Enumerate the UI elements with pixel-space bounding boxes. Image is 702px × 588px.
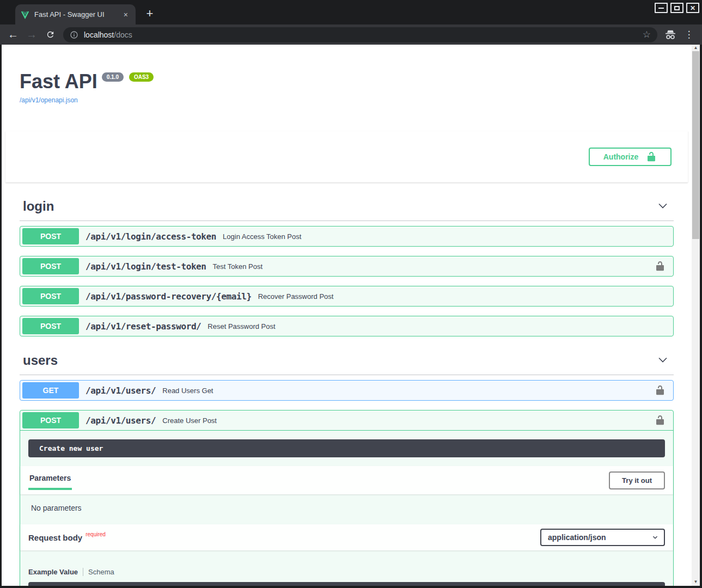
- reload-button[interactable]: [41, 27, 59, 43]
- auth-lock-button[interactable]: [655, 261, 666, 272]
- tab-close-icon[interactable]: ×: [121, 10, 130, 20]
- method-badge: POST: [22, 412, 79, 428]
- operation-row: GET /api/v1/users/ Read Users Get: [20, 380, 674, 401]
- reload-icon: [46, 30, 55, 39]
- operation-description: Recover Password Post: [258, 292, 334, 301]
- operation-path: /api/v1/login/access-token: [86, 231, 216, 242]
- section-header-login[interactable]: login: [20, 192, 674, 221]
- operation-path: /api/v1/reset-password/: [86, 321, 201, 332]
- request-body-header: Request body required application/json: [20, 524, 673, 550]
- scheme-container: Authorize: [5, 131, 688, 182]
- tab-strip: Fast API - Swagger UI × + ✕: [0, 0, 702, 24]
- maximize-button[interactable]: [670, 3, 683, 13]
- url-path: /docs: [114, 30, 132, 39]
- window-controls: ✕: [655, 3, 699, 13]
- operation-description-bar: Create new user: [28, 439, 665, 457]
- example-tabs: Example Value Schema: [28, 568, 665, 576]
- favicon-icon: [21, 10, 29, 19]
- no-parameters-text: No parameters: [20, 494, 673, 524]
- authorize-label: Authorize: [603, 152, 639, 161]
- section-header-users[interactable]: users: [20, 346, 674, 375]
- parameters-tab[interactable]: Parameters: [28, 470, 72, 490]
- model-example: Example Value Schema {: [20, 550, 673, 586]
- scroll-up-icon[interactable]: ▲: [692, 45, 700, 50]
- chevron-down-icon: [657, 354, 668, 365]
- site-info-icon[interactable]: [70, 30, 78, 39]
- auth-lock-button[interactable]: [655, 385, 666, 396]
- operation-description: Read Users Get: [162, 387, 213, 395]
- method-badge: POST: [22, 258, 79, 274]
- media-type-value: application/json: [548, 533, 606, 542]
- scrollbar[interactable]: ▲ ▼: [692, 45, 700, 586]
- api-title-text: Fast API: [20, 72, 97, 91]
- url-text: localhost/docs: [84, 30, 637, 39]
- operation-path: /api/v1/users/: [86, 415, 156, 426]
- unlocked-padlock-icon: [655, 385, 666, 396]
- url-bar[interactable]: localhost/docs ☆: [63, 27, 657, 42]
- url-host: localhost: [84, 30, 114, 39]
- page-content: Fast API 0.1.0 OAS3 /api/v1/openapi.json…: [2, 45, 692, 586]
- browser-tab[interactable]: Fast API - Swagger UI ×: [15, 4, 136, 24]
- operation-body: Create new user Parameters Try it out No…: [20, 439, 673, 586]
- request-body-label-group: Request body required: [28, 530, 106, 546]
- operation-description: Reset Password Post: [207, 322, 275, 330]
- operation-summary[interactable]: POST /api/v1/reset-password/ Reset Passw…: [20, 316, 673, 336]
- unlocked-padlock-icon: [646, 151, 657, 162]
- operation-path: /api/v1/users/: [86, 385, 156, 396]
- operation-path: /api/v1/password-recovery/{email}: [86, 291, 252, 302]
- parameters-header: Parameters Try it out: [20, 466, 673, 494]
- operation-summary[interactable]: GET /api/v1/users/ Read Users Get: [20, 381, 673, 400]
- tab-example-value[interactable]: Example Value: [28, 568, 78, 576]
- collapse-section-button[interactable]: [655, 200, 670, 213]
- operation-summary[interactable]: POST /api/v1/users/ Create User Post: [20, 411, 673, 431]
- collapse-section-button[interactable]: [655, 354, 670, 367]
- unlocked-padlock-icon: [655, 261, 666, 272]
- operation-row: POST /api/v1/reset-password/ Reset Passw…: [20, 316, 674, 336]
- version-badge: 0.1.0: [102, 72, 124, 82]
- back-button[interactable]: ←: [4, 27, 22, 43]
- operation-row: POST /api/v1/login/test-token Test Token…: [20, 256, 674, 277]
- method-badge: POST: [22, 228, 79, 244]
- method-badge: POST: [22, 288, 79, 304]
- operation-row-expanded: POST /api/v1/users/ Create User Post Cre…: [20, 410, 674, 586]
- scroll-down-icon[interactable]: ▼: [692, 579, 700, 584]
- media-type-select[interactable]: application/json: [540, 529, 665, 546]
- try-it-out-button[interactable]: Try it out: [609, 471, 665, 489]
- authorize-button[interactable]: Authorize: [589, 148, 672, 166]
- minimize-icon: [658, 8, 664, 9]
- tab-divider: [83, 568, 83, 576]
- auth-lock-button[interactable]: [655, 415, 666, 426]
- operation-summary[interactable]: POST /api/v1/login/test-token Test Token…: [20, 256, 673, 276]
- tab-title: Fast API - Swagger UI: [34, 10, 117, 19]
- section-title: login: [23, 199, 54, 214]
- incognito-icon: [664, 29, 676, 40]
- unlocked-padlock-icon: [655, 415, 666, 426]
- operation-description: Test Token Post: [213, 262, 263, 271]
- forward-button: →: [23, 27, 40, 43]
- oas3-badge: OAS3: [129, 72, 154, 82]
- minimize-button[interactable]: [655, 3, 668, 13]
- operation-summary[interactable]: POST /api/v1/login/access-token Login Ac…: [20, 226, 673, 246]
- page-title: Fast API 0.1.0 OAS3: [20, 72, 674, 91]
- bookmark-star-icon[interactable]: ☆: [643, 29, 651, 40]
- incognito-button: [662, 27, 679, 43]
- chevron-down-icon: [657, 200, 668, 211]
- menu-dots-icon[interactable]: ⋮: [680, 27, 698, 43]
- maximize-icon: [674, 6, 680, 10]
- request-body-label: Request body: [28, 533, 82, 542]
- section-title: users: [23, 353, 58, 368]
- method-badge: GET: [22, 382, 79, 399]
- close-button[interactable]: ✕: [686, 3, 699, 13]
- new-tab-button[interactable]: +: [142, 5, 158, 22]
- chevron-down-icon: [652, 534, 658, 541]
- browser-toolbar: ← → localhost/docs ☆ ⋮: [0, 24, 702, 45]
- operation-path: /api/v1/login/test-token: [86, 261, 206, 272]
- operation-summary[interactable]: POST /api/v1/password-recovery/{email} R…: [20, 286, 673, 306]
- method-badge: POST: [22, 318, 79, 334]
- openapi-spec-link[interactable]: /api/v1/openapi.json: [20, 96, 78, 104]
- operation-row: POST /api/v1/password-recovery/{email} R…: [20, 286, 674, 307]
- scrollbar-thumb[interactable]: [692, 51, 699, 239]
- api-info: Fast API 0.1.0 OAS3 /api/v1/openapi.json: [20, 45, 674, 105]
- operation-description: Login Access Token Post: [223, 232, 301, 241]
- tab-schema[interactable]: Schema: [88, 568, 114, 576]
